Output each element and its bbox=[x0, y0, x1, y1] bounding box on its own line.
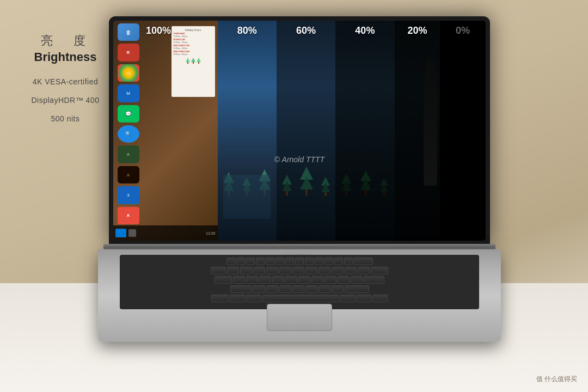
keyboard-row-3 bbox=[122, 276, 476, 284]
holiday-title: holiday hours bbox=[174, 28, 213, 32]
icon-chrome: ⊙ bbox=[118, 64, 139, 82]
icon-calendar: 3 bbox=[118, 186, 139, 204]
watermark: 值 什么值得买 bbox=[536, 375, 577, 384]
laptop: 🗑 R ⊙ M 💬 bbox=[98, 16, 501, 332]
brightness-40-strip: 40% bbox=[335, 21, 394, 241]
christmas-row: CHRISTMAS bbox=[174, 33, 213, 35]
holiday-hours-sign: holiday hours CHRISTMAS 11:00 am - 4:00 … bbox=[171, 26, 215, 97]
svg-rect-23 bbox=[324, 192, 327, 196]
brightness-60-strip: 60% bbox=[277, 21, 335, 241]
brightness-80-strip: 80% bbox=[218, 21, 277, 241]
keyboard-row-4 bbox=[122, 285, 476, 293]
brightness-100-label: 100% bbox=[146, 25, 171, 36]
keyboard-row-1 bbox=[122, 258, 476, 265]
spec-hdr: DisplayHDR™ 400 bbox=[11, 96, 120, 105]
spec-4k: 4K VESA-certified bbox=[11, 77, 120, 86]
info-panel: 亮 度 Brightness 4K VESA-certified Display… bbox=[11, 33, 120, 133]
svg-rect-26 bbox=[345, 191, 347, 195]
spec-nits: 500 nits bbox=[11, 114, 120, 123]
brightness-label: Brightness bbox=[11, 50, 120, 64]
keyboard-area bbox=[120, 255, 479, 309]
svg-rect-32 bbox=[383, 192, 385, 195]
brightness-100-strip: 🗑 R ⊙ M 💬 bbox=[113, 21, 218, 241]
brightness-60-label: 60% bbox=[296, 25, 316, 36]
svg-rect-5 bbox=[198, 62, 199, 64]
svg-rect-29 bbox=[365, 190, 367, 195]
svg-marker-4 bbox=[197, 58, 201, 62]
brightness-strips: 80% 60% bbox=[218, 21, 486, 241]
brightness-40-label: 40% bbox=[355, 25, 375, 36]
screen-content: 🗑 R ⊙ M 💬 bbox=[113, 21, 486, 241]
svg-rect-20 bbox=[305, 189, 308, 195]
brightness-0-strip: 0% bbox=[440, 21, 486, 241]
chinese-text: 亮 度 bbox=[11, 33, 120, 49]
svg-marker-0 bbox=[186, 58, 190, 62]
nye-row: NEW YEAR'S EVE bbox=[174, 45, 213, 47]
brightness-0-label: 0% bbox=[456, 25, 470, 36]
icon-app-red: R bbox=[118, 44, 139, 61]
keyboard-row-5 bbox=[122, 295, 476, 302]
svg-rect-3 bbox=[193, 62, 194, 64]
brightness-20-strip: 20% bbox=[395, 21, 440, 241]
copyright-text: © Arnold TTTT bbox=[218, 155, 381, 164]
nyd-row: NEW YEAR'S DAY bbox=[174, 51, 213, 53]
svg-marker-2 bbox=[191, 58, 195, 62]
screen-bezel: 🗑 R ⊙ M 💬 bbox=[109, 16, 490, 245]
icon-app2: A bbox=[118, 145, 139, 163]
svg-rect-17 bbox=[286, 191, 288, 195]
screen-display: 🗑 R ⊙ M 💬 bbox=[113, 21, 486, 241]
brightness-80-label: 80% bbox=[237, 25, 257, 36]
icon-search: 🔍 bbox=[118, 125, 139, 143]
desktop-taskbar: 12:00 bbox=[113, 225, 218, 241]
icon-recycle-bin: 🗑 bbox=[118, 23, 139, 41]
icon-microsoft: M bbox=[118, 84, 139, 102]
watermark-text: 值 什么值得买 bbox=[536, 375, 577, 384]
keyboard-row-2 bbox=[122, 267, 476, 274]
icon-wechat: 💬 bbox=[118, 105, 139, 122]
icon-autodesk: A bbox=[118, 207, 139, 224]
laptop-body: Lenovo bbox=[98, 249, 501, 342]
svg-rect-1 bbox=[187, 62, 188, 64]
boxing-day-row: BOXING DAY bbox=[174, 39, 213, 41]
icon-league: ⚔ bbox=[118, 166, 139, 183]
brightness-20-label: 20% bbox=[407, 25, 427, 36]
touchpad[interactable] bbox=[267, 304, 332, 331]
